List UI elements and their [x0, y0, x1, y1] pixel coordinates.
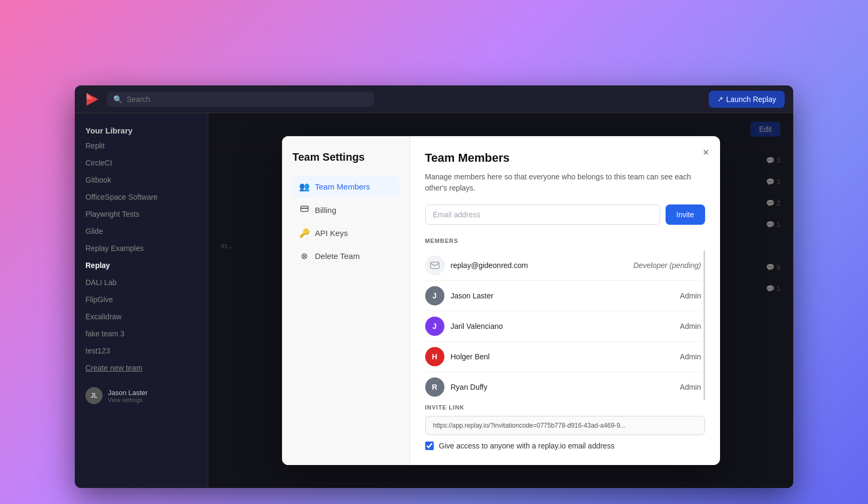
member-name-jaril: Jaril Valenciano [451, 322, 674, 330]
modal-title: Team Settings [293, 151, 399, 163]
app-window: 🔍 ↗ Launch Replay Your Library Replit Ci… [75, 85, 793, 488]
members-label: MEMBERS [425, 238, 705, 244]
sidebar-item-gitbook[interactable]: Gitbook [75, 171, 208, 188]
member-row-ryan: R Ryan Duffy Admin [425, 372, 701, 400]
member-avatar-jaril: J [425, 317, 444, 336]
invite-link-label: INVITE LINK [425, 404, 705, 411]
team-members-description: Manage members here so that everyone who… [425, 171, 705, 194]
content-area: Edit 💬 3 💬 3 [208, 113, 793, 488]
nav-item-billing[interactable]: Billing [293, 199, 399, 220]
modal-left-panel: Team Settings 👥 Team Members [282, 136, 410, 465]
launch-icon: ↗ [717, 95, 723, 103]
modal-right-panel: × Team Members Manage members here so th… [410, 136, 720, 465]
member-row-holger: H Holger Benl Admin [425, 342, 701, 372]
sidebar-item-excalidraw[interactable]: Excalidraw [75, 308, 208, 325]
member-role-holger: Admin [680, 352, 701, 361]
svg-rect-4 [431, 262, 439, 269]
sidebar-item-replay[interactable]: Replay [75, 257, 208, 274]
sidebar-item-replit[interactable]: Replit [75, 137, 208, 154]
member-row-jaril: J Jaril Valenciano Admin [425, 311, 701, 342]
sidebar-item-playwright[interactable]: Playwright Tests [75, 206, 208, 223]
sidebar-user-info: Jason Laster View settings [108, 389, 147, 403]
access-checkbox[interactable] [425, 442, 434, 450]
modal-overlay[interactable]: Team Settings 👥 Team Members [208, 113, 793, 488]
sidebar-item-test123[interactable]: test123 [75, 342, 208, 359]
sidebar-item-glide[interactable]: Glide [75, 223, 208, 240]
modal-close-button[interactable]: × [701, 145, 711, 160]
member-name-holger: Holger Benl [451, 352, 674, 361]
sidebar-item-replay-examples[interactable]: Replay Examples [75, 240, 208, 257]
member-role-jason: Admin [680, 292, 701, 300]
email-input[interactable] [425, 204, 661, 225]
members-list: replay@gideonred.com Developer (pending)… [425, 250, 705, 400]
app-logo [83, 91, 100, 108]
checkbox-label: Give access to anyone with a replay.io e… [439, 442, 615, 450]
member-role-ryan: Admin [680, 383, 701, 391]
member-role-replay-gideon: Developer (pending) [634, 261, 701, 270]
member-avatar-ryan: R [425, 377, 444, 397]
sidebar: Your Library Replit CircleCI Gitbook Off… [75, 113, 208, 488]
sidebar-user-settings-link[interactable]: View settings [108, 397, 147, 403]
member-name-jason: Jason Laster [451, 292, 674, 300]
search-icon: 🔍 [113, 95, 122, 104]
main-content: Your Library Replit CircleCI Gitbook Off… [75, 113, 793, 488]
invite-button[interactable]: Invite [666, 204, 705, 225]
launch-replay-button[interactable]: ↗ Launch Replay [709, 91, 785, 108]
nav-item-delete-team[interactable]: ⊗ Delete Team [293, 246, 399, 266]
nav-item-team-members[interactable]: 👥 Team Members [293, 176, 399, 197]
member-avatar-holger: H [425, 347, 444, 366]
member-role-jaril: Admin [680, 322, 701, 330]
checkbox-row: Give access to anyone with a replay.io e… [425, 442, 705, 450]
team-members-title: Team Members [425, 151, 705, 165]
sidebar-user-name: Jason Laster [108, 389, 147, 397]
app-header: 🔍 ↗ Launch Replay [75, 85, 793, 113]
sidebar-item-circleci[interactable]: CircleCI [75, 154, 208, 171]
api-keys-icon: 🔑 [299, 228, 310, 238]
sidebar-item-dali-lab[interactable]: DALI Lab [75, 274, 208, 291]
library-label: Your Library [75, 122, 208, 137]
member-avatar-replay-gideon [425, 256, 444, 275]
billing-icon [299, 204, 310, 215]
delete-team-icon: ⊗ [299, 251, 310, 261]
team-members-icon: 👥 [299, 182, 310, 192]
invite-link-section: INVITE LINK https://app.replay.io/?invit… [425, 404, 705, 450]
sidebar-item-flipgive[interactable]: FlipGive [75, 291, 208, 308]
create-new-team-link[interactable]: Create new team [75, 359, 208, 376]
sidebar-item-officespace[interactable]: OfficeSpace Software [75, 188, 208, 206]
sidebar-item-fake-team-3[interactable]: fake team 3 [75, 325, 208, 342]
member-name-replay-gideon: replay@gideonred.com [451, 261, 627, 270]
invite-row: Invite [425, 204, 705, 225]
search-bar[interactable]: 🔍 [107, 92, 374, 107]
team-settings-modal: Team Settings 👥 Team Members [282, 136, 720, 465]
sidebar-user-avatar: JL [85, 387, 103, 404]
search-input[interactable] [127, 95, 367, 104]
member-row-jason: J Jason Laster Admin [425, 281, 701, 311]
sidebar-user: JL Jason Laster View settings [75, 381, 208, 411]
member-row-replay-gideon: replay@gideonred.com Developer (pending) [425, 250, 701, 281]
svg-rect-3 [301, 208, 308, 209]
member-name-ryan: Ryan Duffy [451, 383, 674, 391]
nav-item-api-keys[interactable]: 🔑 API Keys [293, 223, 399, 243]
member-avatar-jason: J [425, 286, 444, 305]
invite-link-box[interactable]: https://app.replay.io/?invitationcode=07… [425, 416, 705, 435]
